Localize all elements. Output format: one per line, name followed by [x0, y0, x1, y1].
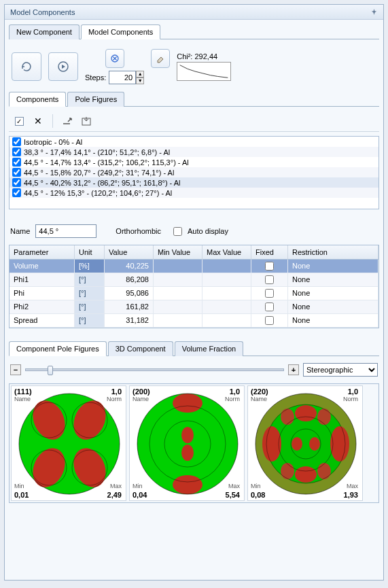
tab-volume-fraction[interactable]: Volume Fraction	[175, 341, 243, 356]
save-button[interactable]	[79, 114, 94, 128]
cell-value[interactable]: 95,086	[105, 287, 154, 300]
cell-fixed[interactable]	[251, 300, 288, 314]
list-item[interactable]: 38,3 ° - 17,4% 14,1° - (210°; 51,2°; 6,8…	[10, 147, 378, 157]
eraser-button[interactable]	[151, 49, 170, 68]
pf-max: 5,54	[226, 491, 240, 499]
svg-point-19	[181, 445, 194, 461]
grid-row[interactable]: Phi2 [°] 161,82 None	[10, 300, 378, 314]
cell-max[interactable]	[202, 287, 251, 300]
delete-button[interactable]: ✕	[31, 114, 46, 128]
list-checkbox[interactable]	[12, 178, 21, 187]
fixed-checkbox[interactable]	[265, 262, 274, 271]
pf-norm-lbl: Norm	[225, 396, 240, 402]
cell-value[interactable]: 86,208	[105, 273, 154, 287]
pf-min-lbl: Min	[133, 483, 143, 489]
zoom-in-button[interactable]: +	[288, 364, 299, 375]
slider-thumb[interactable]	[48, 366, 53, 375]
tab-components[interactable]: Components	[9, 92, 66, 107]
list-checkbox[interactable]	[12, 158, 21, 167]
zoom-out-button[interactable]: −	[10, 364, 21, 375]
cancel-steps-button[interactable]	[105, 49, 124, 68]
pole-figure-(200)[interactable]: (200)Name1,0NormMin0,04Max5,54	[129, 385, 245, 501]
tab-new-component[interactable]: New Component	[9, 24, 80, 39]
steps-up[interactable]: ▲	[136, 71, 144, 77]
col-restriction[interactable]: Restriction	[288, 245, 378, 260]
cell-fixed[interactable]	[251, 287, 288, 300]
grid-row[interactable]: Spread [°] 31,182 None	[10, 314, 378, 328]
pf-norm: 1,0	[348, 387, 358, 396]
col-value[interactable]: Value	[105, 245, 154, 260]
fixed-checkbox[interactable]	[265, 316, 274, 325]
cell-restriction[interactable]: None	[288, 273, 378, 287]
zoom-slider[interactable]	[25, 368, 284, 371]
pole-figure-(111)[interactable]: (111)Name1,0NormMin0,01Max2,49	[11, 385, 126, 501]
fixed-checkbox[interactable]	[265, 289, 274, 298]
cell-min[interactable]	[154, 287, 202, 300]
cell-fixed[interactable]	[251, 273, 288, 287]
cell-restriction[interactable]: None	[288, 287, 378, 300]
top-toolbar: Steps: ▲ ▼ Chi²: 292,44	[9, 44, 379, 87]
top-tabs: New Component Model Components	[9, 24, 379, 39]
pole-figure-(220)[interactable]: (220)Name1,0NormMin0,08Max1,93	[247, 385, 363, 501]
check-all-button[interactable]: ✓	[12, 114, 27, 128]
cell-max[interactable]	[202, 300, 251, 314]
tab-3d-component[interactable]: 3D Component	[108, 341, 173, 356]
col-parameter[interactable]: Parameter	[10, 245, 75, 260]
list-item[interactable]: Isotropic - 0% - Al	[10, 137, 378, 147]
export-button[interactable]	[60, 114, 75, 128]
col-fixed[interactable]: Fixed	[251, 245, 288, 260]
cell-max[interactable]	[202, 314, 251, 328]
steps-input[interactable]	[109, 71, 136, 84]
col-max[interactable]: Max Value	[202, 245, 251, 260]
grid-row[interactable]: Phi [°] 95,086 None	[10, 287, 378, 300]
list-item[interactable]: 44,5 ° - 14,7% 13,4° - (315,2°; 106,2°; …	[10, 157, 378, 167]
auto-display-checkbox[interactable]	[173, 227, 182, 236]
panel-content: New Component Model Components Steps: ▲	[5, 20, 383, 580]
list-item[interactable]: 44,5 ° - 40,2% 31,2° - (86,2°; 95,1°; 16…	[10, 177, 378, 188]
svg-point-16	[173, 394, 202, 413]
fixed-checkbox[interactable]	[265, 302, 274, 311]
list-checkbox[interactable]	[12, 188, 21, 197]
col-min[interactable]: Min Value	[154, 245, 202, 260]
mid-tabs: Components Pole Figures	[9, 91, 379, 107]
name-input[interactable]	[35, 224, 96, 238]
steps-down[interactable]: ▼	[136, 77, 144, 84]
cell-min[interactable]	[154, 300, 202, 314]
list-item[interactable]: 44,5 ° - 15,8% 20,7° - (249,2°; 31°; 74,…	[10, 167, 378, 177]
cell-min[interactable]	[154, 273, 202, 287]
projection-select[interactable]: Stereographic	[303, 363, 378, 377]
tab-model-components[interactable]: Model Components	[81, 24, 160, 39]
list-item-label: 44,5 ° - 12% 15,3° - (120,2°; 104,6°; 27…	[24, 189, 172, 197]
cell-min[interactable]	[154, 260, 202, 273]
list-checkbox[interactable]	[12, 137, 21, 146]
cell-min[interactable]	[154, 314, 202, 328]
bottom-tabs: Component Pole Figures 3D Component Volu…	[9, 341, 379, 356]
tab-component-pole-figures[interactable]: Component Pole Figures	[9, 341, 107, 356]
cell-fixed[interactable]	[251, 260, 288, 273]
list-item[interactable]: 44,5 ° - 12% 15,3° - (120,2°; 104,6°; 27…	[10, 188, 378, 198]
cell-value[interactable]: 31,182	[105, 314, 154, 328]
component-list[interactable]: Isotropic - 0% - Al 38,3 ° - 17,4% 14,1°…	[9, 136, 379, 209]
list-checkbox[interactable]	[12, 168, 21, 177]
list-item-label: 44,5 ° - 40,2% 31,2° - (86,2°; 95,1°; 16…	[24, 179, 181, 187]
grid-row[interactable]: Volume [%] 40,225 None	[10, 260, 378, 273]
cell-value[interactable]: 161,82	[105, 300, 154, 314]
grid-row[interactable]: Phi1 [°] 86,208 None	[10, 273, 378, 287]
pf-hkl: (111)	[14, 387, 32, 396]
tab-pole-figures[interactable]: Pole Figures	[67, 92, 124, 107]
cell-max[interactable]	[202, 273, 251, 287]
cell-restriction[interactable]: None	[288, 314, 378, 328]
cell-restriction[interactable]: None	[288, 260, 378, 273]
cell-max[interactable]	[202, 260, 251, 273]
play-button[interactable]	[48, 52, 78, 81]
refresh-button[interactable]	[12, 52, 41, 81]
pin-icon[interactable]	[370, 8, 378, 16]
pf-name-lbl: Name	[251, 396, 267, 402]
list-checkbox[interactable]	[12, 148, 21, 156]
cell-value[interactable]: 40,225	[105, 260, 154, 273]
cell-fixed[interactable]	[251, 314, 288, 328]
pf-min-lbl: Min	[14, 483, 24, 489]
fixed-checkbox[interactable]	[265, 275, 274, 284]
cell-restriction[interactable]: None	[288, 300, 378, 314]
col-unit[interactable]: Unit	[75, 245, 105, 260]
